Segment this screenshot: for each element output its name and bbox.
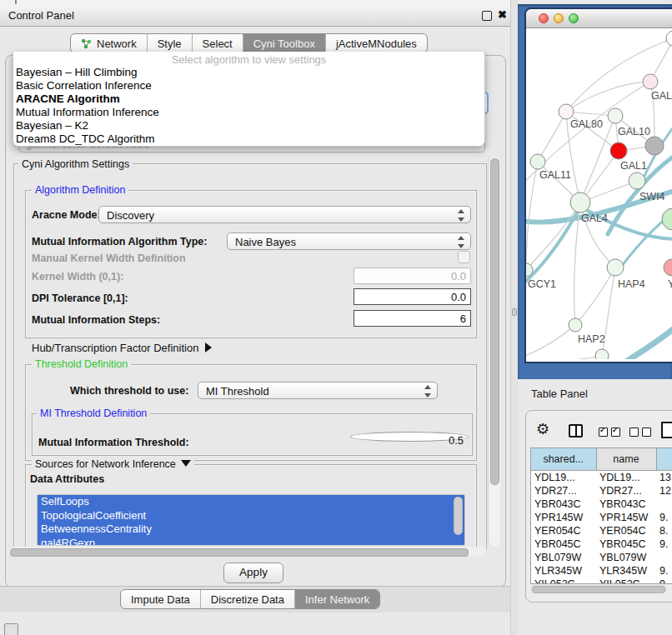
table-cell (656, 498, 672, 511)
settings-horizontal-scrollbar[interactable] (8, 547, 485, 557)
mi-threshold-label: Mutual Information Threshold: (38, 437, 189, 448)
close-icon[interactable]: ✖ (498, 8, 507, 21)
select-all-checkboxes-icon[interactable] (599, 428, 620, 437)
tab-jactivemnodules[interactable]: jActiveMNodules (326, 34, 427, 52)
which-threshold-combo[interactable]: MI Threshold (198, 382, 438, 399)
network-node-gal11[interactable] (530, 154, 545, 169)
node-table[interactable]: shared...nameA YDL19...YDL19...13YDR27..… (530, 448, 672, 584)
table-cell: YDL19... (531, 471, 596, 485)
network-node-hap2[interactable] (569, 318, 582, 332)
attribute-item[interactable]: gal4RGexp (38, 537, 464, 547)
scroll-thumb[interactable] (490, 158, 499, 485)
node-label: GAL (651, 90, 672, 102)
algorithm-option[interactable]: Mutual Information Inference (13, 106, 484, 119)
table-cell: YBR045C (531, 538, 596, 551)
network-node[interactable] (666, 31, 672, 46)
table-cell: YPR145W (596, 511, 656, 524)
table-cell: YIL052C (531, 578, 596, 584)
data-attributes-list[interactable]: SelfLoopsTopologicalCoefficientBetweenne… (37, 494, 465, 546)
tab-select[interactable]: Select (193, 34, 243, 52)
network-node-swi4[interactable] (629, 172, 645, 189)
column-header[interactable]: name (596, 448, 656, 471)
table-row[interactable]: YER054CYER054C8. (531, 524, 672, 538)
attribute-item[interactable]: TopologicalCoefficient (38, 509, 464, 523)
zoom-traffic-light-icon[interactable] (569, 13, 579, 23)
table-row[interactable]: YDR27...YDR27...12 (531, 484, 672, 498)
table-row[interactable]: YBR043CYBR043C (531, 498, 672, 511)
algorithm-option[interactable]: Bayesian – K2 (13, 119, 484, 132)
network-node[interactable] (645, 137, 664, 155)
gear-icon[interactable]: ⚙ (536, 421, 549, 438)
scroll-thumb[interactable] (532, 586, 665, 593)
network-node[interactable] (662, 208, 672, 230)
close-traffic-light-icon[interactable] (539, 13, 549, 23)
tab-style[interactable]: Style (148, 34, 193, 52)
attribute-item[interactable]: SelfLoops (38, 495, 464, 509)
network-icon (81, 38, 93, 49)
table-row[interactable]: YBR045CYBR045C9. (531, 538, 672, 551)
hub-section-label: Hub/Transcription Factor Definition (32, 342, 198, 354)
dpi-tolerance-label: DPI Tolerance [0,1]: (32, 292, 128, 304)
network-node-gal10[interactable] (608, 108, 623, 123)
network-edge (526, 356, 602, 359)
aracne-mode-combo[interactable]: Discovery (98, 206, 471, 223)
float-window-icon[interactable] (482, 11, 492, 21)
network-node[interactable] (595, 349, 609, 359)
network-node-gal4[interactable] (570, 192, 590, 212)
algorithm-option[interactable]: Dream8 DC_TDC Algorithm (13, 132, 484, 146)
list-scrollbar[interactable] (454, 497, 463, 535)
table-row[interactable]: YLR345WYLR345W9. (531, 564, 672, 578)
network-window-titlebar[interactable] (526, 9, 672, 28)
table-cell: YDR27... (596, 484, 656, 498)
scroll-thumb[interactable] (10, 548, 469, 557)
kernel-width-input[interactable]: 0.0 (354, 268, 471, 284)
table-cell: YDL19... (596, 471, 656, 485)
network-node-hap4[interactable] (607, 259, 624, 276)
settings-vertical-scrollbar[interactable] (488, 157, 500, 547)
network-edge (575, 268, 615, 325)
column-header[interactable]: A (656, 448, 672, 471)
node-label: SWI4 (639, 191, 665, 202)
algorithm-option[interactable]: Bayesian – Hill Climbing (13, 66, 484, 79)
divider-handle[interactable] (512, 308, 517, 316)
network-node-gal80[interactable] (559, 104, 574, 119)
algorithm-option[interactable]: ARACNE Algorithm (13, 92, 484, 106)
mi-type-combo[interactable]: Naive Bayes (227, 232, 471, 250)
minimize-traffic-light-icon[interactable] (554, 13, 564, 23)
tab-network[interactable]: Network (71, 34, 148, 52)
column-layout-icon[interactable] (569, 424, 583, 438)
algorithm-option[interactable]: Basic Correlation Inference (13, 79, 484, 92)
hub-section-toggle[interactable]: Hub/Transcription Factor Definition (32, 342, 212, 354)
document-icon[interactable] (661, 422, 672, 438)
mi-threshold-input[interactable]: 0.5 (350, 432, 469, 442)
tab-cyni-toolbox[interactable]: Cyni Toolbox (243, 34, 326, 52)
tab-discretize-data[interactable]: Discretize Data (201, 590, 295, 608)
table-row[interactable]: YBL079WYBL079W (531, 551, 672, 564)
deselect-all-checkboxes-icon[interactable] (629, 428, 651, 437)
network-node-gal[interactable] (643, 74, 658, 89)
network-edge (566, 82, 650, 112)
tab-impute-data[interactable]: Impute Data (121, 590, 201, 608)
mi-steps-input[interactable]: 6 (354, 310, 471, 327)
dpi-tolerance-input[interactable]: 0.0 (354, 288, 471, 305)
attribute-item[interactable]: BetweennessCentrality (38, 522, 464, 537)
tab-infer-network[interactable]: Infer Network (295, 590, 379, 608)
table-row[interactable]: YPR145WYPR145W9. (531, 511, 672, 524)
network-node-gal1[interactable] (610, 142, 627, 159)
column-header[interactable]: shared... (531, 448, 596, 471)
panel-corner-icon[interactable] (4, 623, 18, 635)
threshold-definition-legend: Threshold Definition (32, 358, 131, 370)
table-header-row[interactable]: shared...nameA (531, 448, 672, 471)
cyni-mode-tabs: Impute DataDiscretize DataInfer Network (120, 589, 380, 609)
sources-legend[interactable]: Sources for Network Inference (32, 458, 194, 470)
network-edge (538, 112, 566, 162)
manual-kernel-checkbox[interactable] (458, 251, 470, 263)
panel-title: Control Panel (8, 9, 74, 22)
network-canvas[interactable]: GALGAL80GAL10GAL1GAL11SWI4GAL4GCY1HAP4YH… (526, 28, 672, 359)
network-node-y[interactable] (664, 259, 672, 276)
table-horizontal-scrollbar[interactable] (531, 585, 667, 593)
table-row[interactable]: YIL052CYIL052C9 (531, 578, 672, 584)
apply-button[interactable]: Apply (223, 562, 283, 583)
node-label: GAL80 (570, 118, 603, 130)
table-row[interactable]: YDL19...YDL19...13 (531, 471, 672, 485)
